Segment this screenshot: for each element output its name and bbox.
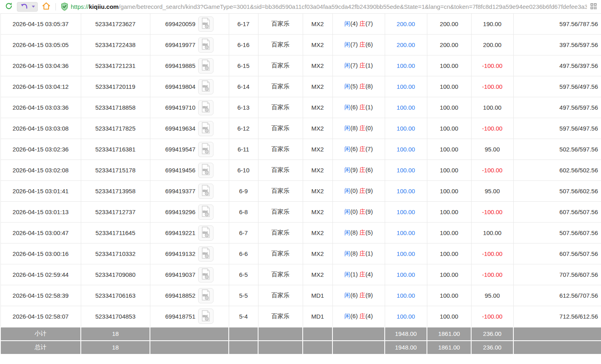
grand-total-winloss: 236.00 xyxy=(471,341,513,354)
cell-game-id: 699419037 xyxy=(150,264,229,285)
cell-game-name: 百家乐 xyxy=(258,118,303,139)
cell-game-id: 699419634 xyxy=(150,118,229,139)
video-replay-button[interactable] xyxy=(198,184,213,199)
banker-label: 庄 xyxy=(359,166,365,173)
cell-round: 6-6 xyxy=(229,243,258,264)
video-replay-button[interactable] xyxy=(198,288,213,303)
video-replay-button[interactable] xyxy=(198,79,213,94)
video-replay-button[interactable] xyxy=(198,163,213,178)
game-id-text: 699419221 xyxy=(165,229,195,236)
cell-bet-id: 523341721231 xyxy=(81,55,150,76)
player-label: 闲 xyxy=(345,271,351,278)
player-points: (6) xyxy=(351,313,358,319)
browser-toolbar: https://kiqiiu.com/game/betrecord_search… xyxy=(0,0,601,13)
cell-win-loss: -100.00 xyxy=(471,160,513,181)
video-file-icon xyxy=(201,185,211,197)
cell-game-id: 699420059 xyxy=(150,14,229,35)
banker-points: (6) xyxy=(365,166,373,173)
video-file-icon xyxy=(201,143,211,155)
cell-balance: 712.56/612.56 xyxy=(513,306,601,327)
banker-label: 庄 xyxy=(359,41,365,48)
bet-table-body: 2026-04-15 03:05:37 523341723627 6994200… xyxy=(0,14,601,327)
qr-code-button[interactable] xyxy=(589,2,599,12)
video-replay-button[interactable] xyxy=(198,309,213,324)
video-replay-button[interactable] xyxy=(198,16,213,32)
cell-bet-id: 523341706163 xyxy=(81,285,150,306)
video-replay-button[interactable] xyxy=(198,225,213,241)
player-label: 闲 xyxy=(345,62,351,69)
cell-table-code: MX2 xyxy=(303,243,332,264)
player-label: 闲 xyxy=(345,41,351,48)
video-replay-button[interactable] xyxy=(198,246,213,262)
cell-valid-amount: 100.00 xyxy=(427,285,471,306)
cell-round: 6-17 xyxy=(229,14,258,35)
banker-points: (9) xyxy=(365,208,373,215)
table-row: 2026-04-15 02:59:44 523341709080 6994190… xyxy=(0,264,601,285)
player-points: (8) xyxy=(351,229,358,236)
cell-balance: 607.56/507.56 xyxy=(513,243,601,264)
player-points: (5) xyxy=(351,83,358,90)
grand-total-count: 18 xyxy=(81,341,150,354)
table-row: 2026-04-15 03:01:41 523341713958 6994193… xyxy=(0,181,601,202)
player-points: (6) xyxy=(351,104,358,110)
cell-bet-amount: 100.00 xyxy=(385,118,427,139)
cell-win-loss: -100.00 xyxy=(471,76,513,97)
cell-result: 闲(6) 庄(7) xyxy=(332,139,385,160)
video-replay-button[interactable] xyxy=(198,100,213,115)
video-file-icon xyxy=(201,227,211,239)
cell-win-loss: 100.00 xyxy=(471,97,513,118)
video-replay-button[interactable] xyxy=(198,121,213,136)
cell-bet-id: 523341710332 xyxy=(81,243,150,264)
video-replay-button[interactable] xyxy=(198,58,213,74)
cell-bet-time: 2026-04-15 03:03:08 xyxy=(0,118,81,139)
reload-button[interactable] xyxy=(3,2,14,12)
cell-valid-amount: 100.00 xyxy=(427,97,471,118)
cell-result: 闲(6) 庄(9) xyxy=(332,285,385,306)
cell-game-id: 699419977 xyxy=(150,35,229,55)
cell-game-name: 百家乐 xyxy=(258,14,303,35)
bet-table-footer: 小计 18 1948.00 1861.00 236.00 总计 18 1948.… xyxy=(0,327,601,354)
table-row: 2026-04-15 03:01:13 523341712737 6994192… xyxy=(0,202,601,223)
cell-bet-id: 523341704853 xyxy=(81,306,150,327)
subtotal-row: 小计 18 1948.00 1861.00 236.00 xyxy=(0,327,601,341)
cell-bet-amount: 100.00 xyxy=(385,76,427,97)
game-id-text: 699420059 xyxy=(165,20,195,27)
video-replay-button[interactable] xyxy=(198,142,213,157)
cell-valid-amount: 100.00 xyxy=(427,139,471,160)
video-replay-button[interactable] xyxy=(198,37,213,53)
cell-round: 5-5 xyxy=(229,285,258,306)
player-label: 闲 xyxy=(345,20,351,27)
security-shield-icon[interactable] xyxy=(59,2,70,12)
video-file-icon xyxy=(201,122,211,135)
address-bar[interactable]: https://kiqiiu.com/game/betrecord_search… xyxy=(71,3,587,10)
cell-win-loss: 200.00 xyxy=(471,35,513,55)
banker-points: (7) xyxy=(365,20,373,27)
cell-result: 闲(1) 庄(4) xyxy=(332,264,385,285)
player-points: (6) xyxy=(351,292,358,299)
cell-table-code: MX2 xyxy=(303,223,332,243)
cell-bet-id: 523341716381 xyxy=(81,139,150,160)
cell-valid-amount: 100.00 xyxy=(427,55,471,76)
cell-bet-id: 523341722438 xyxy=(81,35,150,55)
cell-balance: 602.56/502.56 xyxy=(513,160,601,181)
video-replay-button[interactable] xyxy=(198,204,213,220)
undo-dropdown-button[interactable] xyxy=(30,2,36,11)
cell-game-id: 699419804 xyxy=(150,76,229,97)
url-host: kiqiiu.com xyxy=(89,3,119,10)
player-points: (0) xyxy=(351,187,358,194)
url-path: /game/betrecord_search/kind3?GameType=30… xyxy=(119,3,587,10)
cell-game-name: 百家乐 xyxy=(258,243,303,264)
cell-bet-time: 2026-04-15 02:59:44 xyxy=(0,264,81,285)
undo-button[interactable] xyxy=(19,2,30,11)
banker-label: 庄 xyxy=(359,229,365,236)
home-button[interactable] xyxy=(40,2,52,12)
cell-balance: 497.56/597.56 xyxy=(513,97,601,118)
cell-table-code: MX2 xyxy=(303,264,332,285)
cell-bet-id: 523341713958 xyxy=(81,181,150,202)
toolbar-separator xyxy=(55,3,56,10)
video-replay-button[interactable] xyxy=(198,267,213,282)
banker-label: 庄 xyxy=(359,187,365,194)
table-row: 2026-04-15 03:05:37 523341723627 6994200… xyxy=(0,14,601,35)
cell-valid-amount: 100.00 xyxy=(427,181,471,202)
cell-bet-time: 2026-04-15 03:00:47 xyxy=(0,223,81,243)
